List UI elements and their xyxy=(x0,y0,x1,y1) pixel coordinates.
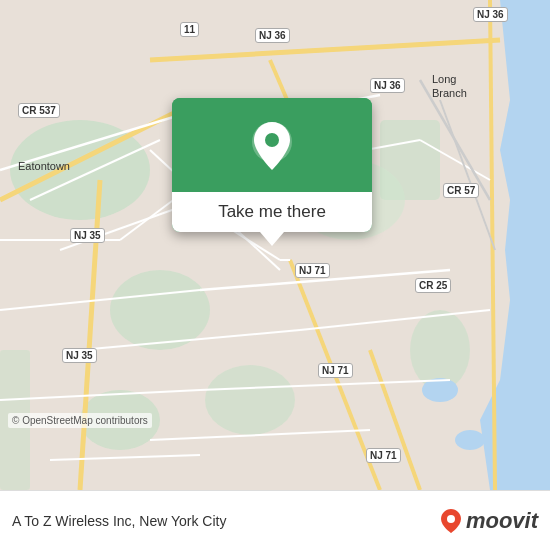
road-label-nj35-2: NJ 35 xyxy=(62,348,97,363)
map-popup[interactable]: Take me there xyxy=(172,98,372,232)
road-label-nj36-2: NJ 36 xyxy=(370,78,405,93)
road-label-cr57: CR 57 xyxy=(443,183,479,198)
road-label-nj71-2: NJ 71 xyxy=(318,363,353,378)
road-label-nj36-top: NJ 36 xyxy=(255,28,290,43)
road-label-nj71-1: NJ 71 xyxy=(295,263,330,278)
location-pin-icon xyxy=(250,120,294,174)
road-label-cr25: CR 25 xyxy=(415,278,451,293)
popup-icon-area xyxy=(172,98,372,192)
place-label-eatontown: Eatontown xyxy=(18,160,70,172)
road-label-cr537: CR 537 xyxy=(18,103,60,118)
road-label-11: 11 xyxy=(180,22,199,37)
map-container: NJ 36 NJ 36 CR 537 11 NJ 36 CR 57 NJ 35 … xyxy=(0,0,550,490)
moovit-logo: moovit xyxy=(440,508,538,534)
road-label-nj35-1: NJ 35 xyxy=(70,228,105,243)
road-label-nj71-3: NJ 71 xyxy=(366,448,401,463)
take-me-there-label: Take me there xyxy=(218,202,326,221)
svg-point-41 xyxy=(265,133,279,147)
svg-point-11 xyxy=(455,430,485,450)
svg-point-6 xyxy=(205,365,295,435)
place-label-long-branch: LongBranch xyxy=(432,72,467,101)
info-bar: A To Z Wireless Inc, New York City moovi… xyxy=(0,490,550,550)
svg-point-42 xyxy=(447,515,455,523)
road-label-nj36-left: NJ 36 xyxy=(473,7,508,22)
map-attribution: © OpenStreetMap contributors xyxy=(8,413,152,428)
moovit-pin-icon xyxy=(440,508,462,534)
popup-button[interactable]: Take me there xyxy=(172,192,372,232)
business-info-text: A To Z Wireless Inc, New York City xyxy=(12,513,430,529)
moovit-brand-text: moovit xyxy=(466,508,538,534)
svg-point-2 xyxy=(110,270,210,350)
